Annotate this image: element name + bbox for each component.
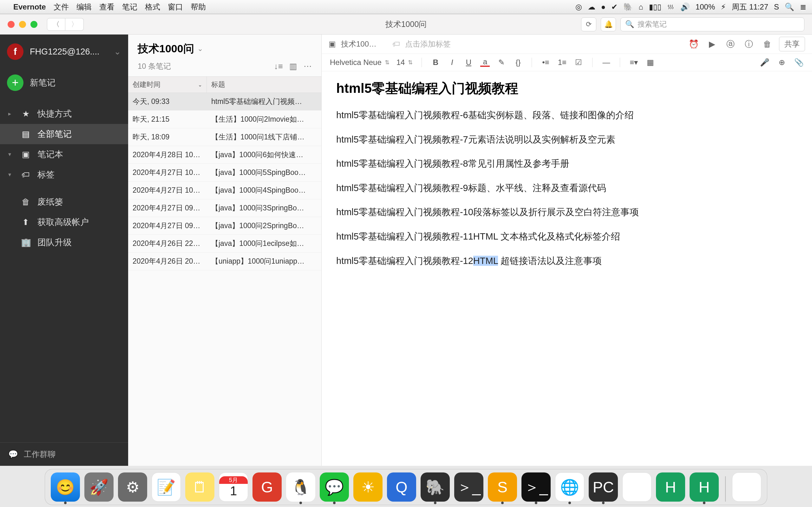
close-window-button[interactable] [8, 21, 14, 28]
sidebar-item-upgrade[interactable]: ⬆ 获取高级帐户 [0, 212, 128, 232]
zoom-window-button[interactable] [31, 21, 38, 28]
note-line[interactable]: html5零基础编程入门视频教程-11HTML 文本格式化及格式化标签介绍 [336, 230, 798, 243]
notelist-row[interactable]: 2020年4月27日 09…【java】1000问2SpringBo… [128, 217, 321, 235]
underline-button[interactable]: U [464, 58, 473, 67]
hr-button[interactable]: — [601, 58, 611, 67]
notification-center-icon[interactable]: ≣ [800, 3, 806, 11]
wifi-icon[interactable]: ᯾ [667, 3, 675, 11]
italic-button[interactable]: I [447, 58, 457, 67]
dock-app-iterm[interactable]: ＞_ [521, 472, 551, 502]
battery-icon[interactable]: ▮▯▯ [649, 3, 661, 11]
dock-app-preferences[interactable]: ⚙︎ [118, 472, 147, 502]
status-icon[interactable]: ✔︎ [611, 3, 618, 11]
menu-format[interactable]: 格式 [145, 2, 160, 12]
bold-button[interactable]: B [431, 58, 440, 67]
menu-help[interactable]: 帮助 [191, 2, 206, 12]
spotlight-icon[interactable]: 🔍 [785, 3, 794, 11]
dock-app-eclipse[interactable]: ◐ [622, 472, 652, 502]
notelist-row[interactable]: 2020年4月26日 22…【java】1000问1ecilpse如… [128, 235, 321, 252]
delete-button[interactable]: 🗑 [761, 39, 774, 49]
dock-app-qq[interactable]: 🐧 [286, 472, 315, 502]
note-line[interactable]: html5零基础编程入门视频教程-8常见引用属性及参考手册 [336, 157, 798, 170]
dock-app-hbuilder[interactable]: H [656, 472, 685, 502]
chevron-down-icon[interactable]: ⌄ [197, 45, 203, 53]
col-date-header[interactable]: 创建时间 ⌄ [128, 77, 207, 93]
menu-note[interactable]: 笔记 [122, 2, 137, 12]
search-input[interactable]: 🔍 搜索笔记 [620, 17, 804, 32]
notelist-row[interactable]: 昨天, 21:15【生活】1000问2Imovie如… [128, 111, 321, 128]
reminder-button[interactable]: ⏰ [687, 39, 700, 49]
menu-edit[interactable]: 编辑 [77, 2, 92, 12]
dock-app-red[interactable]: G [252, 472, 282, 502]
notelist-row[interactable]: 2020年4月26日 20…【uniapp】1000问1uniapp… [128, 252, 321, 270]
input-source-icon[interactable]: S [774, 3, 779, 11]
volume-icon[interactable]: 🔊 [680, 3, 690, 11]
more-button[interactable]: ⋯ [304, 61, 312, 71]
sidebar-item-all-notes[interactable]: ▤ 全部笔记 [0, 124, 128, 144]
new-note-button[interactable]: + 新笔记 [0, 69, 128, 97]
sidebar-item-trash[interactable]: 🗑 废纸篓 [0, 192, 128, 212]
tag-icon[interactable]: 🏷 [392, 40, 400, 49]
notelist-row[interactable]: 2020年4月27日 09…【java】1000问3SpringBo… [128, 199, 321, 217]
note-line[interactable]: html5零基础编程入门视频教程-9标题、水平线、注释及查看源代码 [336, 181, 798, 194]
align-button[interactable]: ≡▾ [629, 58, 639, 67]
sidebar-item-notebooks[interactable]: ▾ ▣ 笔记本 [0, 144, 128, 164]
bulleted-list-button[interactable]: •≡ [541, 58, 550, 67]
present-button[interactable]: ▶ [705, 39, 719, 49]
col-title-header[interactable]: 标题 [207, 77, 230, 93]
status-icon[interactable]: ☁︎ [588, 3, 595, 11]
status-icon[interactable]: ◎ [575, 3, 582, 11]
dock-app-stickies[interactable]: 🗒 [185, 472, 214, 502]
dock-app-yellow[interactable]: ☀︎ [353, 472, 383, 502]
sidebar-item-shortcuts[interactable]: ▸ ★ 快捷方式 [0, 104, 128, 124]
notifications-button[interactable]: 🔔 [601, 17, 616, 32]
app-name[interactable]: Evernote [13, 3, 46, 11]
notelist-row[interactable]: 今天, 09:33html5零基础编程入门视频… [128, 93, 321, 111]
sidebar-footer-chat[interactable]: 💬 工作群聊 [0, 442, 128, 466]
attach-button[interactable]: 📎 [794, 58, 804, 67]
numbered-list-button[interactable]: 1≡ [557, 58, 567, 67]
tag-input[interactable]: 点击添加标签 [405, 39, 451, 49]
share-button[interactable]: 共享 [779, 37, 805, 51]
text-color-button[interactable]: a [480, 58, 490, 67]
dock-app-calendar[interactable]: 5月1 [219, 472, 248, 502]
notelist-row[interactable]: 2020年4月28日 10…【java】1000问6如何快速… [128, 146, 321, 164]
menu-view[interactable]: 查看 [99, 2, 114, 12]
highlight-button[interactable]: ✎ [497, 58, 506, 67]
note-body[interactable]: html5零基础编程入门视频教程 html5零基础编程入门视频教程-6基础实例标… [322, 71, 812, 466]
mic-button[interactable]: 🎤 [760, 58, 769, 67]
clock[interactable]: 周五 11:27 [732, 2, 768, 12]
camera-button[interactable]: ⊕ [777, 58, 786, 67]
view-toggle-button[interactable]: ▥ [289, 61, 297, 71]
font-size-select[interactable]: 14⇅ [397, 58, 413, 67]
annotate-button[interactable]: ⓐ [724, 39, 737, 50]
sync-button[interactable]: ⟳ [581, 17, 596, 32]
dock-app-hbuilder2[interactable]: H [690, 472, 719, 502]
code-block-button[interactable]: {} [513, 58, 523, 67]
dock-app-chrome[interactable]: 🌐 [555, 472, 584, 502]
note-title[interactable]: html5零基础编程入门视频教程 [336, 79, 798, 97]
info-button[interactable]: ⓘ [742, 39, 756, 50]
note-line[interactable]: html5零基础编程入门视频教程-12HTML 超链接语法以及注意事项 [336, 255, 798, 268]
sidebar-item-team[interactable]: 🏢 团队升级 [0, 232, 128, 252]
menu-file[interactable]: 文件 [54, 2, 69, 12]
notelist-row[interactable]: 2020年4月27日 10…【java】1000问4SpingBoo… [128, 181, 321, 199]
dock-app-terminal[interactable]: ＞_ [454, 472, 484, 502]
status-icon[interactable]: ● [601, 3, 606, 11]
notelist-row[interactable]: 昨天, 18:09【生活】1000问1线下店铺… [128, 128, 321, 146]
dock-app-notes[interactable]: 📝 [152, 472, 181, 502]
sidebar-item-tags[interactable]: ▾ 🏷 标签 [0, 164, 128, 185]
dock-app-sublime[interactable]: S [488, 472, 517, 502]
dock-app-wechat[interactable]: 💬 [320, 472, 349, 502]
breadcrumb[interactable]: 技术100… [341, 39, 376, 49]
font-family-select[interactable]: Helvetica Neue⇅ [330, 58, 390, 67]
dock-app-finder[interactable]: 😊 [51, 472, 80, 502]
nav-back-button[interactable]: 〈 [47, 18, 65, 31]
notelist-row[interactable]: 2020年4月27日 10…【java】1000问5SpingBoo… [128, 164, 321, 181]
dock-trash[interactable]: 🗑 [732, 472, 761, 502]
account-row[interactable]: f FHG1225@126.... ⌄ [0, 35, 128, 69]
minimize-window-button[interactable] [19, 21, 26, 28]
dock-app-launchpad[interactable]: 🚀 [84, 472, 113, 502]
dock-app-pycharm[interactable]: PC [589, 472, 618, 502]
menu-window[interactable]: 窗口 [168, 2, 183, 12]
